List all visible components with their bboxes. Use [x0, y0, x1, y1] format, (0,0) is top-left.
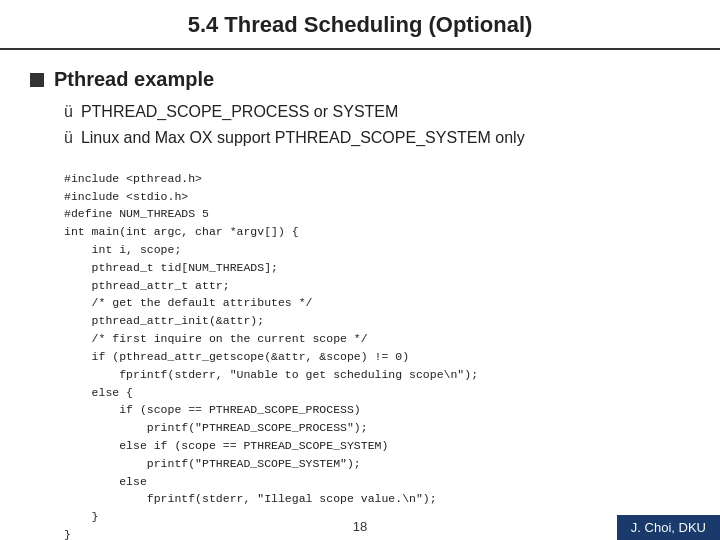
- code-line: else if (scope == PTHREAD_SCOPE_SYSTEM): [64, 437, 690, 455]
- sub-bullet-icon: ü: [64, 127, 73, 149]
- footer-attribution: J. Choi, DKU: [617, 515, 720, 540]
- sub-item-text-2: Linux and Max OX support PTHREAD_SCOPE_S…: [81, 127, 525, 149]
- code-line: fprintf(stderr, "Unable to get schedulin…: [64, 366, 690, 384]
- code-line: pthread_attr_t attr;: [64, 277, 690, 295]
- code-line: /* get the default attributes */: [64, 294, 690, 312]
- code-line: printf("PTHREAD_SCOPE_SYSTEM");: [64, 455, 690, 473]
- code-line: if (scope == PTHREAD_SCOPE_PROCESS): [64, 401, 690, 419]
- content-area: Pthread example ü PTHREAD_SCOPE_PROCESS …: [0, 50, 720, 540]
- code-line: }: [64, 526, 690, 540]
- list-item: ü PTHREAD_SCOPE_PROCESS or SYSTEM: [64, 101, 690, 123]
- code-line: pthread_attr_init(&attr);: [64, 312, 690, 330]
- code-line: #define NUM_THREADS 5: [64, 205, 690, 223]
- code-line: }: [64, 508, 690, 526]
- code-line: #include <pthread.h>: [64, 170, 690, 188]
- slide: 5.4 Thread Scheduling (Optional) Pthread…: [0, 0, 720, 540]
- title-bar: 5.4 Thread Scheduling (Optional): [0, 0, 720, 50]
- list-item: ü Linux and Max OX support PTHREAD_SCOPE…: [64, 127, 690, 149]
- code-line: else: [64, 473, 690, 491]
- bullet-square-icon: [30, 73, 44, 87]
- slide-title: 5.4 Thread Scheduling (Optional): [188, 12, 533, 37]
- code-block: #include <pthread.h>#include <stdio.h>#d…: [64, 170, 690, 540]
- code-line: if (pthread_attr_getscope(&attr, &scope)…: [64, 348, 690, 366]
- code-line: else {: [64, 384, 690, 402]
- section-header: Pthread example: [30, 68, 690, 91]
- code-line: pthread_t tid[NUM_THREADS];: [64, 259, 690, 277]
- code-line: fprintf(stderr, "Illegal scope value.\n"…: [64, 490, 690, 508]
- code-line: int i, scope;: [64, 241, 690, 259]
- section-title: Pthread example: [54, 68, 214, 91]
- code-line: /* first inquire on the current scope */: [64, 330, 690, 348]
- page-number: 18: [353, 519, 367, 534]
- sub-item-text-1: PTHREAD_SCOPE_PROCESS or SYSTEM: [81, 101, 398, 123]
- sub-bullet-icon: ü: [64, 101, 73, 123]
- code-line: #include <stdio.h>: [64, 188, 690, 206]
- code-line: int main(int argc, char *argv[]) {: [64, 223, 690, 241]
- code-line: printf("PTHREAD_SCOPE_PROCESS");: [64, 419, 690, 437]
- sub-items: ü PTHREAD_SCOPE_PROCESS or SYSTEM ü Linu…: [64, 101, 690, 154]
